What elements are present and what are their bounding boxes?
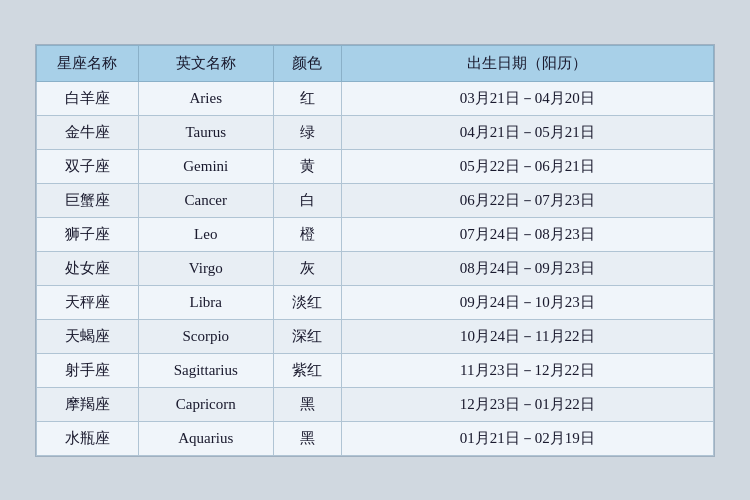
- table-row: 狮子座Leo橙07月24日－08月23日: [37, 217, 714, 251]
- cell-date: 05月22日－06月21日: [341, 149, 713, 183]
- cell-date: 12月23日－01月22日: [341, 387, 713, 421]
- header-english: 英文名称: [138, 45, 273, 81]
- zodiac-table: 星座名称 英文名称 颜色 出生日期（阳历） 白羊座Aries红03月21日－04…: [36, 45, 714, 456]
- cell-english: Cancer: [138, 183, 273, 217]
- cell-chinese: 金牛座: [37, 115, 139, 149]
- cell-english: Scorpio: [138, 319, 273, 353]
- table-row: 天蝎座Scorpio深红10月24日－11月22日: [37, 319, 714, 353]
- cell-color: 紫红: [273, 353, 341, 387]
- table-row: 金牛座Taurus绿04月21日－05月21日: [37, 115, 714, 149]
- table-row: 水瓶座Aquarius黑01月21日－02月19日: [37, 421, 714, 455]
- cell-english: Taurus: [138, 115, 273, 149]
- cell-english: Sagittarius: [138, 353, 273, 387]
- table-body: 白羊座Aries红03月21日－04月20日金牛座Taurus绿04月21日－0…: [37, 81, 714, 455]
- cell-color: 绿: [273, 115, 341, 149]
- cell-chinese: 水瓶座: [37, 421, 139, 455]
- cell-date: 03月21日－04月20日: [341, 81, 713, 115]
- table-row: 射手座Sagittarius紫红11月23日－12月22日: [37, 353, 714, 387]
- cell-chinese: 射手座: [37, 353, 139, 387]
- cell-chinese: 天秤座: [37, 285, 139, 319]
- cell-chinese: 巨蟹座: [37, 183, 139, 217]
- cell-date: 08月24日－09月23日: [341, 251, 713, 285]
- cell-date: 11月23日－12月22日: [341, 353, 713, 387]
- table-row: 白羊座Aries红03月21日－04月20日: [37, 81, 714, 115]
- cell-date: 04月21日－05月21日: [341, 115, 713, 149]
- cell-chinese: 天蝎座: [37, 319, 139, 353]
- cell-date: 09月24日－10月23日: [341, 285, 713, 319]
- table-row: 巨蟹座Cancer白06月22日－07月23日: [37, 183, 714, 217]
- cell-color: 红: [273, 81, 341, 115]
- table-row: 摩羯座Capricorn黑12月23日－01月22日: [37, 387, 714, 421]
- cell-english: Capricorn: [138, 387, 273, 421]
- cell-color: 深红: [273, 319, 341, 353]
- header-date: 出生日期（阳历）: [341, 45, 713, 81]
- header-color: 颜色: [273, 45, 341, 81]
- cell-english: Virgo: [138, 251, 273, 285]
- cell-date: 07月24日－08月23日: [341, 217, 713, 251]
- cell-chinese: 白羊座: [37, 81, 139, 115]
- cell-color: 橙: [273, 217, 341, 251]
- cell-color: 黑: [273, 421, 341, 455]
- cell-chinese: 狮子座: [37, 217, 139, 251]
- cell-english: Libra: [138, 285, 273, 319]
- cell-color: 白: [273, 183, 341, 217]
- cell-english: Aquarius: [138, 421, 273, 455]
- cell-date: 06月22日－07月23日: [341, 183, 713, 217]
- table-row: 天秤座Libra淡红09月24日－10月23日: [37, 285, 714, 319]
- cell-english: Leo: [138, 217, 273, 251]
- cell-chinese: 处女座: [37, 251, 139, 285]
- cell-chinese: 双子座: [37, 149, 139, 183]
- table-header-row: 星座名称 英文名称 颜色 出生日期（阳历）: [37, 45, 714, 81]
- table-row: 双子座Gemini黄05月22日－06月21日: [37, 149, 714, 183]
- cell-english: Gemini: [138, 149, 273, 183]
- cell-color: 淡红: [273, 285, 341, 319]
- cell-english: Aries: [138, 81, 273, 115]
- cell-date: 01月21日－02月19日: [341, 421, 713, 455]
- table-row: 处女座Virgo灰08月24日－09月23日: [37, 251, 714, 285]
- cell-color: 黄: [273, 149, 341, 183]
- zodiac-table-container: 星座名称 英文名称 颜色 出生日期（阳历） 白羊座Aries红03月21日－04…: [35, 44, 715, 457]
- cell-date: 10月24日－11月22日: [341, 319, 713, 353]
- header-chinese: 星座名称: [37, 45, 139, 81]
- cell-color: 黑: [273, 387, 341, 421]
- cell-chinese: 摩羯座: [37, 387, 139, 421]
- cell-color: 灰: [273, 251, 341, 285]
